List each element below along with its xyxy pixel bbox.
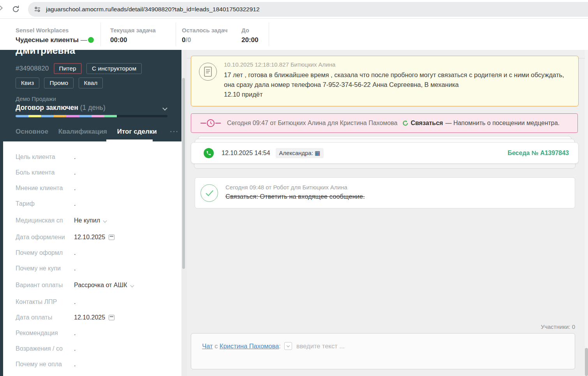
stage-progress-bar[interactable]: [16, 115, 167, 117]
field-value[interactable]: .: [74, 298, 76, 305]
current-task-label: Текущая задача: [110, 27, 156, 34]
calendar-icon[interactable]: [109, 235, 114, 240]
note-card[interactable]: 10.10.2025 12:18:10.827 Битюцких Алина 1…: [191, 56, 579, 106]
field-select[interactable]: Рассрочка от АШК: [74, 282, 134, 289]
field-label: Мнение клиента: [16, 185, 74, 192]
field-value[interactable]: .: [74, 154, 76, 161]
chevron-down-icon: [287, 344, 290, 347]
tab-qualification[interactable]: Квалификация: [58, 128, 107, 136]
field-label: Тариф: [16, 200, 74, 207]
field-select[interactable]: Не купил: [74, 217, 106, 224]
field-value[interactable]: .: [74, 265, 76, 272]
field-row: Дата оформлени 12.10.2025: [3, 229, 181, 245]
account-name: Sensel Workplaces: [16, 27, 69, 34]
online-status-icon: [88, 37, 94, 43]
field-date[interactable]: 12.10.2025: [74, 234, 114, 241]
note-author: Битюцких Алина: [290, 61, 335, 68]
lead-meta: #34908820 Питер С инструктором Квиз Пром…: [16, 63, 170, 92]
lead-sidebar: Дмитриевна #34908820 Питер С инструкторо…: [0, 50, 181, 376]
field-row: Вариант оплаты Рассрочка от АШК: [3, 276, 181, 294]
url-text: jaguarschool.amocrm.ru/leads/detail/3490…: [46, 2, 260, 17]
open-task-card[interactable]: Сегодня 09:47 от Битюцких Алина для Крис…: [191, 113, 578, 133]
chat-input-box[interactable]: Чат с Кристина Пахомова : введите текст …: [191, 333, 575, 369]
message-preview-chip[interactable]: Александра: ▦: [276, 148, 324, 158]
url-bar[interactable]: jaguarschool.amocrm.ru/leads/detail/3490…: [28, 2, 588, 17]
tab-main[interactable]: Основное: [16, 128, 48, 136]
lead-feed: 10.10.2025 12:18:10.827 Битюцких Алина 1…: [187, 50, 588, 376]
field-row: Дата оплаты 12.10.2025: [3, 310, 181, 325]
pipeline-name[interactable]: Демо Продажи: [16, 95, 56, 102]
header-divider: [269, 23, 269, 46]
field-label: Почему не опла: [16, 361, 74, 368]
tasks-left-value: 0/0: [182, 36, 191, 44]
note-icon: [199, 63, 217, 81]
conversation-link[interactable]: Беседа № А1397843: [507, 150, 569, 157]
sidebar-scrollbar-track[interactable]: [181, 50, 187, 376]
stage-name: Договор заключен: [16, 104, 78, 111]
chat-type-link[interactable]: Чат: [202, 342, 213, 350]
deal-summary-form: Цель клиента . Боль клиента . Мнение кли…: [3, 141, 181, 376]
task-type-icon: [402, 120, 408, 126]
field-value[interactable]: .: [74, 185, 76, 192]
tag-instructor[interactable]: С инструктором: [86, 63, 142, 74]
chat-template-dropdown[interactable]: [284, 342, 292, 350]
progress-segment: [16, 115, 28, 117]
task-action: Связаться: [411, 120, 443, 127]
whatsapp-message-card[interactable]: 12.10.2025 14:54 Александра: ▦ Беседа № …: [191, 142, 579, 164]
until-label: До: [241, 27, 249, 34]
field-label: Почему оформл: [16, 249, 74, 256]
tab-deal-summary[interactable]: Итог сделки: [117, 128, 157, 136]
current-task-value: 00:00: [110, 36, 127, 44]
field-value[interactable]: .: [74, 200, 76, 207]
tabs-more-icon[interactable]: ···: [170, 128, 179, 136]
note-body: 17 лет , готова в ближайшее время , сказ…: [224, 70, 570, 99]
field-value[interactable]: .: [74, 249, 76, 256]
field-row: Почему не купи .: [3, 261, 181, 276]
task-clock-icon: [201, 118, 221, 128]
chevron-down-icon: [130, 283, 134, 287]
field-row: Боль клиента .: [3, 165, 181, 180]
field-label: Медицинская сп: [16, 217, 74, 224]
stage-duration: (1 день): [80, 104, 106, 111]
chat-placeholder[interactable]: введите текст ...: [296, 342, 345, 350]
current-user[interactable]: Чудесные клиенты —: [16, 36, 94, 44]
progress-segment: [66, 115, 79, 117]
field-value[interactable]: .: [74, 361, 76, 368]
progress-segment: [41, 115, 54, 117]
stage-selector[interactable]: Договор заключен (1 день): [16, 104, 167, 112]
progress-segment: [104, 115, 117, 117]
completed-task-card[interactable]: Сегодня 09:48 от Робот для Битюцких Алин…: [195, 177, 575, 208]
field-value[interactable]: .: [74, 345, 76, 352]
chat-colon: :: [279, 342, 281, 350]
completed-task-meta: Сегодня 09:48 от Робот для Битюцких Алин…: [225, 184, 347, 191]
field-value[interactable]: .: [74, 169, 76, 176]
progress-segment: [54, 115, 67, 117]
sidebar-scrollbar-thumb[interactable]: [182, 78, 185, 269]
reload-icon[interactable]: [12, 5, 20, 15]
calendar-icon[interactable]: [109, 315, 114, 320]
progress-segment: [79, 115, 92, 117]
site-settings-icon[interactable]: [34, 6, 41, 14]
field-value[interactable]: .: [74, 330, 76, 337]
forward-arrow-icon[interactable]: [0, 5, 3, 11]
participants-count: Участники: 0: [541, 323, 575, 330]
field-row: Контакты ЛПР .: [3, 294, 181, 310]
feed-scrollbar-track[interactable]: [585, 50, 588, 376]
chat-recipient-link[interactable]: Кристина Пахомова: [220, 342, 279, 350]
tag-piter[interactable]: Питер: [54, 63, 82, 74]
task-meta: Сегодня 09:47 от Битюцких Алина для Крис…: [227, 120, 398, 127]
field-label: Рекомендация: [16, 330, 74, 337]
progress-segment: [92, 115, 104, 117]
task-text: — Напомнить о посещении медцентра.: [445, 120, 560, 127]
field-row: Цель клиента .: [3, 149, 181, 165]
feed-scrollbar-thumb[interactable]: [585, 348, 588, 376]
tag-promo[interactable]: Промо: [44, 78, 74, 88]
lead-title[interactable]: Дмитриевна: [16, 50, 75, 56]
tag-kval[interactable]: Квал: [79, 78, 103, 88]
chat-separator: с: [215, 342, 218, 350]
until-value: 20:00: [241, 36, 258, 44]
field-date[interactable]: 12.10.2025: [74, 314, 114, 321]
tag-quiz[interactable]: Квиз: [16, 78, 39, 88]
field-row: Почему не опла .: [3, 357, 181, 372]
field-label: Боль клиента: [16, 169, 74, 176]
